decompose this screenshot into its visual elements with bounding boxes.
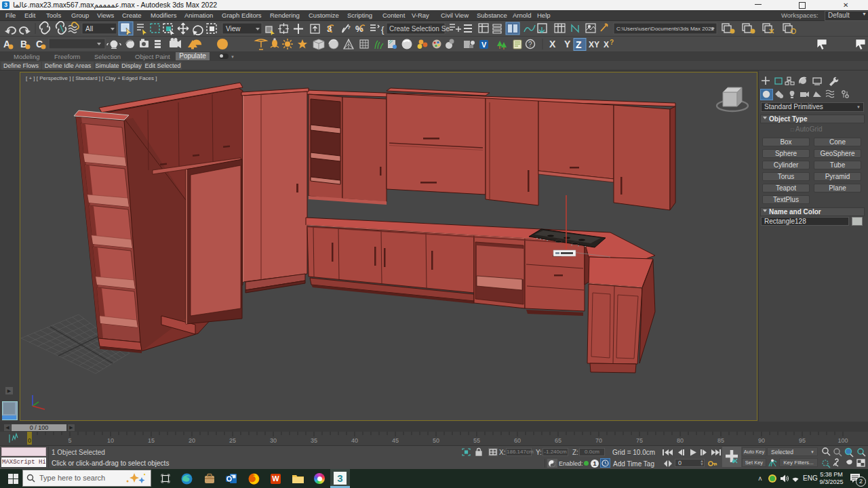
svg-text:20: 20: [189, 437, 195, 444]
svg-text:View: View: [226, 25, 241, 33]
svg-text:80: 80: [677, 437, 684, 444]
svg-text:65: 65: [555, 437, 561, 444]
svg-text:25: 25: [229, 437, 236, 444]
svg-text:75: 75: [636, 437, 643, 444]
svg-text:35: 35: [311, 437, 317, 444]
svg-text:90: 90: [758, 437, 765, 444]
svg-text:15: 15: [148, 437, 155, 444]
svg-text:X: X: [549, 39, 556, 49]
svg-text:V: V: [481, 41, 487, 49]
svg-text:95: 95: [799, 437, 806, 444]
svg-text:10: 10: [107, 437, 114, 444]
svg-text:XY: XY: [589, 40, 599, 49]
svg-text:Y: Y: [564, 39, 571, 49]
svg-text:50: 50: [433, 437, 439, 444]
svg-text:?: ?: [528, 41, 532, 48]
svg-text:5: 5: [68, 437, 71, 444]
svg-text:Z: Z: [576, 39, 582, 50]
svg-text:Create Selection Se: Create Selection Se: [389, 25, 450, 33]
svg-text:{: {: [381, 24, 384, 35]
svg-text:85: 85: [717, 437, 724, 444]
svg-text:?: ?: [610, 39, 614, 46]
svg-text:X: X: [604, 40, 609, 49]
svg-text:70: 70: [595, 437, 602, 444]
svg-text:?: ?: [347, 24, 351, 30]
svg-text:30: 30: [270, 437, 277, 444]
svg-text:55: 55: [473, 437, 480, 444]
svg-text:100: 100: [837, 437, 848, 444]
svg-text:40: 40: [351, 437, 358, 444]
svg-text:0: 0: [28, 437, 31, 444]
svg-text:60: 60: [514, 437, 521, 444]
svg-text:All: All: [85, 25, 93, 33]
svg-text:45: 45: [392, 437, 399, 444]
svg-text:C:\Users\user\Documents\3ds Ma: C:\Users\user\Documents\3ds Max 2022: [616, 26, 715, 32]
